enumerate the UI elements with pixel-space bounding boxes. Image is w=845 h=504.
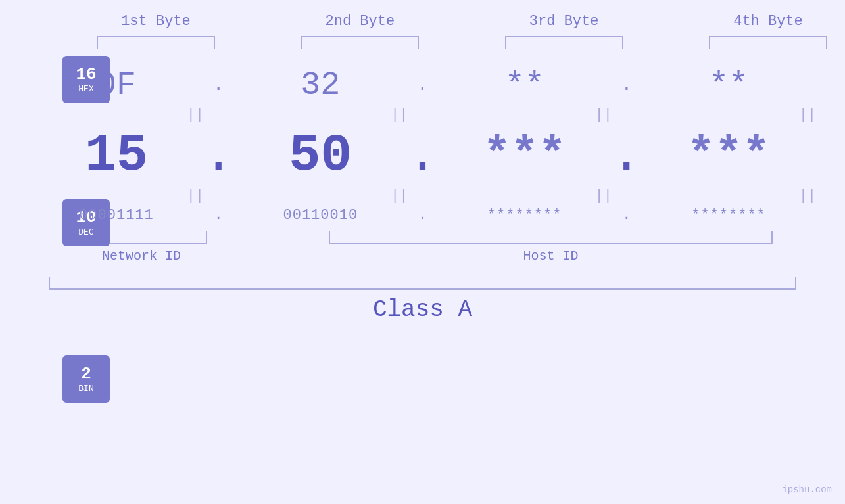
bracket-top-4 xyxy=(709,36,827,49)
bracket-top-3 xyxy=(505,36,623,49)
bracket-top-1 xyxy=(97,36,215,49)
bracket-top-2 xyxy=(301,36,419,49)
class-label: Class A xyxy=(373,296,472,323)
eq-cell-5: || xyxy=(112,185,279,207)
bin-val-2: 00110010 xyxy=(283,207,358,223)
dec-val-4: *** xyxy=(687,129,770,181)
dec-val-3: *** xyxy=(483,129,566,181)
bin-cell-1: 00001111 xyxy=(33,207,200,223)
dec-val-2: 50 xyxy=(289,126,352,185)
rows-wrapper: 16 HEX 10 DEC 2 BIN 0F . 32 xyxy=(33,56,812,323)
hex-cell-1: 0F xyxy=(33,66,200,104)
hex-sep-1: . xyxy=(200,75,237,95)
byte-label-4: 4th Byte xyxy=(733,13,803,30)
badge-bin-label: BIN xyxy=(78,384,93,394)
byte-label-1: 1st Byte xyxy=(121,13,191,30)
eq-cell-1: || xyxy=(112,104,279,126)
bin-row: 00001111 . 00110010 . ******** . *******… xyxy=(33,207,812,223)
bin-val-1: 00001111 xyxy=(79,207,154,223)
equals-row-2: || || || || xyxy=(112,185,845,207)
bin-sep-2: . xyxy=(404,207,441,223)
dec-sep-2: . xyxy=(404,126,441,185)
byte-label-3: 3rd Byte xyxy=(529,13,599,30)
eq-cell-4: || xyxy=(724,104,845,126)
hex-val-4: ** xyxy=(709,66,748,104)
dec-cell-4: *** xyxy=(645,129,812,181)
byte-col-2: 2nd Byte xyxy=(276,13,443,49)
bin-cell-2: 00110010 xyxy=(237,207,404,223)
hex-cell-3: ** xyxy=(441,66,608,104)
host-bracket-wrap: Host ID xyxy=(289,231,812,263)
hex-cell-2: 32 xyxy=(237,66,404,104)
eq-cell-3: || xyxy=(520,104,687,126)
bin-cell-4: ******** xyxy=(645,207,812,223)
eq-cell-2: || xyxy=(316,104,483,126)
byte-headers: 1st Byte 2nd Byte 3rd Byte 4th Byte xyxy=(72,13,845,49)
main-container: 1st Byte 2nd Byte 3rd Byte 4th Byte 16 H… xyxy=(0,0,845,504)
watermark: ipshu.com xyxy=(782,484,832,495)
equals-row-1: || || || || xyxy=(112,104,845,126)
bin-cell-3: ******** xyxy=(441,207,608,223)
dec-cell-3: *** xyxy=(441,129,608,181)
eq-cell-6: || xyxy=(316,185,483,207)
class-section: Class A xyxy=(33,277,812,323)
byte-col-4: 4th Byte xyxy=(685,13,845,49)
network-id-label: Network ID xyxy=(102,248,181,263)
badge-bin: 2 BIN xyxy=(62,355,110,403)
byte-label-2: 2nd Byte xyxy=(326,13,395,30)
dec-cell-1: 15 xyxy=(33,126,200,185)
hex-row: 0F . 32 . ** . ** xyxy=(33,66,812,104)
hex-sep-2: . xyxy=(404,75,441,95)
host-bracket xyxy=(329,231,773,244)
class-bracket xyxy=(49,277,797,290)
bin-val-3: ******** xyxy=(487,207,562,223)
bin-sep-3: . xyxy=(608,207,645,223)
byte-col-3: 3rd Byte xyxy=(481,13,648,49)
host-id-label: Host ID xyxy=(523,248,578,263)
bin-val-4: ******** xyxy=(691,207,766,223)
bottom-brackets-row: Network ID Host ID xyxy=(33,231,812,263)
dec-val-1: 15 xyxy=(85,126,148,185)
hex-val-3: ** xyxy=(505,66,544,104)
eq-cell-8: || xyxy=(724,185,845,207)
dec-sep-3: . xyxy=(608,126,645,185)
eq-cell-7: || xyxy=(520,185,687,207)
byte-col-1: 1st Byte xyxy=(72,13,239,49)
bin-sep-1: . xyxy=(200,207,237,223)
hex-sep-3: . xyxy=(608,75,645,95)
dec-sep-1: . xyxy=(200,126,237,185)
hex-val-1: 0F xyxy=(97,66,136,104)
hex-val-2: 32 xyxy=(301,66,340,104)
dec-cell-2: 50 xyxy=(237,126,404,185)
badge-wrapper: 16 HEX 10 DEC 2 BIN xyxy=(62,56,110,403)
hex-cell-4: ** xyxy=(645,66,812,104)
dec-row: 15 . 50 . *** . *** xyxy=(33,126,812,185)
badge-bin-num: 2 xyxy=(81,365,91,384)
badge-dec-label: DEC xyxy=(78,227,93,237)
